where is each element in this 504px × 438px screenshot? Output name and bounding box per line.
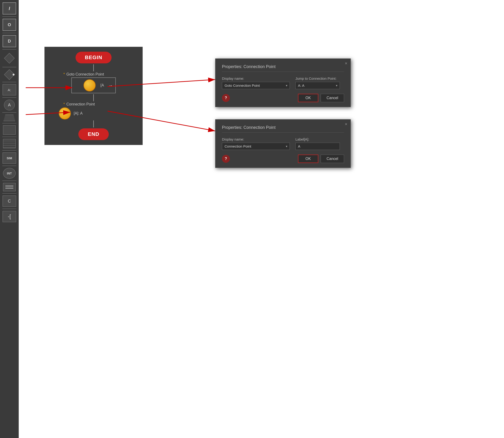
sidebar-item-o[interactable]: O bbox=[3, 19, 16, 31]
connector-line-3 bbox=[93, 120, 94, 127]
equals-line-2 bbox=[5, 188, 13, 188]
end-node: END bbox=[78, 128, 109, 140]
connector-line-1 bbox=[93, 64, 94, 71]
sidebar-item-d[interactable]: D bbox=[3, 35, 16, 47]
sidebar-divider-6 bbox=[2, 97, 16, 98]
dialog-goto-connection-point: Properties: Connection Point × Display n… bbox=[215, 58, 351, 107]
connector-line-2 bbox=[93, 94, 94, 101]
dialog1-close-button[interactable]: × bbox=[345, 61, 347, 66]
goto-circle bbox=[84, 79, 96, 91]
main-canvas: BEGIN * Goto Connection Point [A → * Con… bbox=[19, 0, 504, 438]
dialog1-footer: ? OK Cancel bbox=[222, 94, 344, 102]
dialog1-fields-row: Display name: Goto Connection Point Jump… bbox=[222, 77, 344, 89]
dialog1-btn-group: OK Cancel bbox=[298, 94, 344, 102]
connection-circle-label: [A]: A bbox=[74, 111, 83, 116]
dialog1-display-name-wrapper[interactable]: Goto Connection Point bbox=[222, 82, 290, 89]
sidebar-divider-11 bbox=[2, 165, 16, 166]
sidebar-divider-5 bbox=[2, 82, 16, 82]
sidebar-divider-2 bbox=[2, 33, 16, 33]
goto-node-row: * Goto Connection Point [A → bbox=[49, 72, 138, 93]
dialog2-footer: ? OK Cancel bbox=[222, 154, 344, 163]
sidebar-divider-9 bbox=[2, 137, 16, 137]
sidebar-divider bbox=[2, 16, 16, 17]
dialog2-display-name-field: Display name: Connection Point bbox=[222, 137, 290, 150]
sidebar-item-a-round[interactable]: A bbox=[4, 100, 15, 110]
sidebar-item-a-colon[interactable]: A: bbox=[3, 84, 16, 95]
connection-asterisk: * bbox=[63, 102, 65, 106]
connection-circle bbox=[59, 107, 71, 120]
sidebar-divider-3 bbox=[2, 49, 16, 50]
dialog2-label-a-input[interactable] bbox=[295, 143, 340, 150]
sidebar-item-equals[interactable] bbox=[3, 183, 16, 191]
goto-circle-label: [A bbox=[100, 83, 104, 88]
goto-node-label: * Goto Connection Point bbox=[49, 72, 138, 77]
dialog2-label-a-field: Label[A]: bbox=[295, 137, 340, 150]
connection-circle-row: [A]: A bbox=[49, 107, 138, 120]
sidebar-divider-12 bbox=[2, 181, 16, 181]
dialog2-display-name-select[interactable]: Connection Point bbox=[222, 143, 290, 150]
sidebar-divider-7 bbox=[2, 112, 16, 113]
dialog2-close-button[interactable]: × bbox=[345, 122, 347, 127]
dialog2-display-name-label: Display name: bbox=[222, 137, 290, 141]
begin-node: BEGIN bbox=[76, 52, 112, 63]
arrow-right-icon: → bbox=[108, 83, 113, 88]
goto-highlight-box[interactable]: [A → bbox=[71, 77, 116, 93]
dialog1-jump-to-label: Jump to Connection Point: bbox=[295, 77, 340, 80]
sidebar-item-sim[interactable]: SIM bbox=[3, 153, 16, 164]
dialog1-jump-to-wrapper[interactable]: A: A bbox=[295, 82, 340, 89]
connection-node-row: * Connection Point [A]: A bbox=[49, 102, 138, 120]
dialog1-help-button[interactable]: ? bbox=[222, 94, 230, 102]
dialog1-jump-to-field: Jump to Connection Point: A: A bbox=[295, 77, 340, 89]
connection-node-label: * Connection Point bbox=[49, 102, 138, 106]
dialog2-fields-row: Display name: Connection Point Label[A]: bbox=[222, 137, 344, 150]
dialog1-ok-button[interactable]: OK bbox=[298, 94, 318, 102]
sidebar-item-i[interactable]: I bbox=[3, 2, 16, 14]
dialog1-display-name-select[interactable]: Goto Connection Point bbox=[222, 82, 290, 89]
sidebar-item-int[interactable]: INT bbox=[3, 168, 16, 179]
dialog-connection-point: Properties: Connection Point × Display n… bbox=[215, 119, 351, 168]
sidebar-item-stripes[interactable] bbox=[3, 139, 16, 148]
sidebar-divider-13 bbox=[2, 193, 16, 194]
sidebar-divider-8 bbox=[2, 123, 16, 123]
sidebar-item-bracket[interactable]: -[ bbox=[3, 211, 16, 222]
dialog2-ok-button[interactable]: OK bbox=[298, 154, 318, 163]
dialog1-cancel-button[interactable]: Cancel bbox=[321, 94, 344, 102]
key-dot-icon bbox=[13, 74, 14, 76]
dialog2-help-button[interactable]: ? bbox=[222, 155, 230, 163]
dialog2-display-name-wrapper[interactable]: Connection Point bbox=[222, 143, 290, 150]
dialog2-cancel-button[interactable]: Cancel bbox=[321, 154, 344, 163]
sidebar-divider-14 bbox=[2, 208, 16, 209]
sidebar: I O D A: A SIM INT C -[ bbox=[0, 0, 19, 438]
dialog1-display-name-label: Display name: bbox=[222, 77, 290, 80]
equals-line-1 bbox=[5, 186, 13, 186]
sidebar-divider-4 bbox=[2, 67, 16, 67]
sidebar-item-c[interactable]: C bbox=[3, 196, 16, 207]
sidebar-item-diamond[interactable] bbox=[4, 53, 15, 64]
diamond-shape bbox=[4, 53, 14, 63]
dialog1-title: Properties: Connection Point bbox=[222, 64, 344, 72]
dialog1-display-name-field: Display name: Goto Connection Point bbox=[222, 77, 290, 89]
sidebar-item-rect[interactable] bbox=[3, 125, 16, 135]
goto-asterisk: * bbox=[63, 72, 65, 76]
dialog2-label-a-label: Label[A]: bbox=[295, 137, 340, 141]
dialog1-jump-to-select[interactable]: A: A bbox=[295, 82, 340, 89]
sidebar-item-diamond-key[interactable] bbox=[3, 69, 16, 80]
dialog2-btn-group: OK Cancel bbox=[298, 154, 344, 163]
flow-panel: BEGIN * Goto Connection Point [A → * Con… bbox=[44, 47, 143, 145]
sidebar-divider-10 bbox=[2, 150, 16, 151]
sidebar-item-trapezoid[interactable] bbox=[3, 115, 15, 121]
dialog2-title: Properties: Connection Point bbox=[222, 125, 344, 132]
